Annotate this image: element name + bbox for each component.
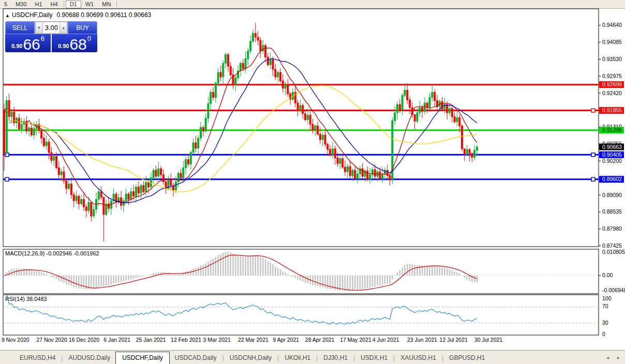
sell-price-prefix: 0.90 xyxy=(11,43,22,49)
tab-usdchf-daily[interactable]: USDCHF,Daily xyxy=(115,352,170,364)
symbol-name: USDCHF,Daily xyxy=(12,11,53,19)
sell-price[interactable]: 0.90 66 6 xyxy=(5,34,51,52)
tab-scroll-left-icon[interactable]: ◂ xyxy=(606,355,609,360)
volume-decrement-button[interactable]: ▼ xyxy=(35,22,43,34)
svg-text:0.88535: 0.88535 xyxy=(602,208,622,215)
tab-separator: | xyxy=(393,354,395,361)
tab-ukoil-h1[interactable]: UKOil,H1 xyxy=(279,353,316,363)
tab-usdcad-daily[interactable]: USDCAD,Daily xyxy=(170,353,222,363)
svg-text:0.90663: 0.90663 xyxy=(602,144,622,150)
tab-xauusd-h1[interactable]: XAUUSD,H1 xyxy=(395,353,441,363)
svg-text:9 Apr 2021: 9 Apr 2021 xyxy=(273,337,299,343)
svg-text:3 Mar 2021: 3 Mar 2021 xyxy=(203,337,231,343)
svg-text:25 Jan 2021: 25 Jan 2021 xyxy=(136,337,166,343)
tab-scroll-nav: ◂ ▸ xyxy=(606,355,620,360)
svg-text:0.92699: 0.92699 xyxy=(602,81,622,87)
svg-text:70: 70 xyxy=(602,303,608,309)
svg-text:0.89602: 0.89602 xyxy=(602,176,622,182)
timeframe-button-h4[interactable]: H4 xyxy=(47,1,62,8)
tab-gbpusd-h1[interactable]: GBPUSD,H1 xyxy=(444,353,490,363)
timeframe-button-d1[interactable]: D1 xyxy=(66,1,81,8)
svg-text:28 Apr 2021: 28 Apr 2021 xyxy=(305,337,335,343)
tab-scroll-right-icon[interactable]: ▸ xyxy=(617,355,620,360)
svg-text:16 Dec 2020: 16 Dec 2020 xyxy=(69,337,100,343)
svg-text:0.89090: 0.89090 xyxy=(602,192,622,198)
timeframe-button-h1[interactable]: H1 xyxy=(31,1,47,8)
tab-separator: | xyxy=(353,354,355,361)
buy-button[interactable]: BUY xyxy=(68,21,97,34)
svg-text:4 Jun 2021: 4 Jun 2021 xyxy=(373,337,399,343)
mt4-window: { "toolbar": { "periods": [ {"label":"5"… xyxy=(0,0,625,364)
svg-text:100: 100 xyxy=(602,295,612,301)
svg-text:0.94640: 0.94640 xyxy=(602,22,622,28)
svg-text:0.90405: 0.90405 xyxy=(602,151,622,158)
svg-text:22 Mar 2021: 22 Mar 2021 xyxy=(238,337,269,343)
tab-usdx-h1[interactable]: USDX,H1 xyxy=(355,353,393,363)
chart-tab-bar: EURUSD,H4|AUDUSD,DailyUSDCHF,DailyUSDCAD… xyxy=(0,350,625,364)
svg-text:-0.006948: -0.006948 xyxy=(602,287,625,293)
tab-separator: | xyxy=(316,354,318,361)
svg-text:0.87980: 0.87980 xyxy=(602,225,622,232)
buy-price-pip: 0 xyxy=(87,35,91,42)
toolbar-separator xyxy=(64,1,64,7)
volume-stepper: ▼ 3.00 ▲ xyxy=(35,21,68,34)
buy-price-big: 68 xyxy=(69,38,86,51)
svg-text:30 Jul 2021: 30 Jul 2021 xyxy=(474,337,502,343)
svg-text:0.92420: 0.92420 xyxy=(602,90,622,96)
tab-separator: | xyxy=(61,354,63,361)
svg-text:12 Feb 2021: 12 Feb 2021 xyxy=(171,337,201,343)
timeframe-button-mn[interactable]: MN xyxy=(98,1,115,8)
svg-text:0.91855: 0.91855 xyxy=(602,107,622,113)
svg-text:RSI(14) 38.0483: RSI(14) 38.0483 xyxy=(5,296,47,302)
svg-text:23 Jun 2021: 23 Jun 2021 xyxy=(407,337,437,343)
sell-price-big: 66 xyxy=(23,38,40,51)
buy-price[interactable]: 0.90 68 0 xyxy=(52,34,97,52)
svg-text:0.91208: 0.91208 xyxy=(602,127,622,133)
svg-text:0.92975: 0.92975 xyxy=(602,73,622,79)
timeframe-button-w1[interactable]: W1 xyxy=(81,1,98,8)
tab-eurusd-h4[interactable]: EURUSD,H4 xyxy=(14,353,61,363)
svg-text:0.94085: 0.94085 xyxy=(602,39,622,45)
svg-text:MACD(12,26,9) -0.002946 -0.001: MACD(12,26,9) -0.002946 -0.001962 xyxy=(5,250,99,256)
collapse-arrow-icon[interactable]: ▲ xyxy=(5,13,10,18)
chart-title: ▲USDCHF,Daily0.90688 0.90699 0.90611 0.9… xyxy=(5,11,151,19)
buy-price-prefix: 0.90 xyxy=(58,43,69,49)
sell-price-pip: 6 xyxy=(41,35,44,42)
svg-text:0.93530: 0.93530 xyxy=(602,56,622,62)
svg-text:17 May 2021: 17 May 2021 xyxy=(340,337,371,343)
timeframe-button-5[interactable]: 5 xyxy=(0,1,11,8)
toolbar-separator xyxy=(116,1,117,7)
tab-dj30-h1[interactable]: DJ30,H1 xyxy=(318,353,353,363)
timeframe-button-m30[interactable]: M30 xyxy=(11,1,31,8)
ohlc-values: 0.90688 0.90699 0.90611 0.90663 xyxy=(57,11,152,19)
svg-text:27 Nov 2020: 27 Nov 2020 xyxy=(36,337,67,343)
svg-text:30: 30 xyxy=(602,320,608,326)
timeframe-toolbar: 5M30H1H4D1W1MN xyxy=(0,0,625,9)
tab-usdcnh-daily[interactable]: USDCNH,Daily xyxy=(225,353,277,363)
tab-separator: | xyxy=(442,354,443,361)
tab-audusd-daily[interactable]: AUDUSD,Daily xyxy=(63,353,115,363)
svg-text:6 Jan 2021: 6 Jan 2021 xyxy=(103,337,130,343)
tab-separator: | xyxy=(277,354,279,361)
svg-text:0.90200: 0.90200 xyxy=(602,158,622,164)
sell-button[interactable]: SELL xyxy=(5,21,35,34)
volume-increment-button[interactable]: ▲ xyxy=(59,22,67,34)
svg-text:0.87425: 0.87425 xyxy=(602,242,622,249)
svg-text:0: 0 xyxy=(602,331,605,337)
volume-input[interactable]: 3.00 xyxy=(43,22,59,34)
svg-text:0.00: 0.00 xyxy=(602,272,613,278)
chart-canvas[interactable]: 0.946400.940850.935300.929750.924200.918… xyxy=(0,8,625,350)
svg-text:12 Jul 2021: 12 Jul 2021 xyxy=(440,337,468,343)
svg-text:0.010805: 0.010805 xyxy=(602,249,625,255)
one-click-trading-panel: SELL ▼ 3.00 ▲ BUY 0.90 66 6 0.90 68 0 xyxy=(5,21,97,52)
svg-text:9 Nov 2020: 9 Nov 2020 xyxy=(2,337,29,343)
tab-separator: | xyxy=(222,354,224,361)
